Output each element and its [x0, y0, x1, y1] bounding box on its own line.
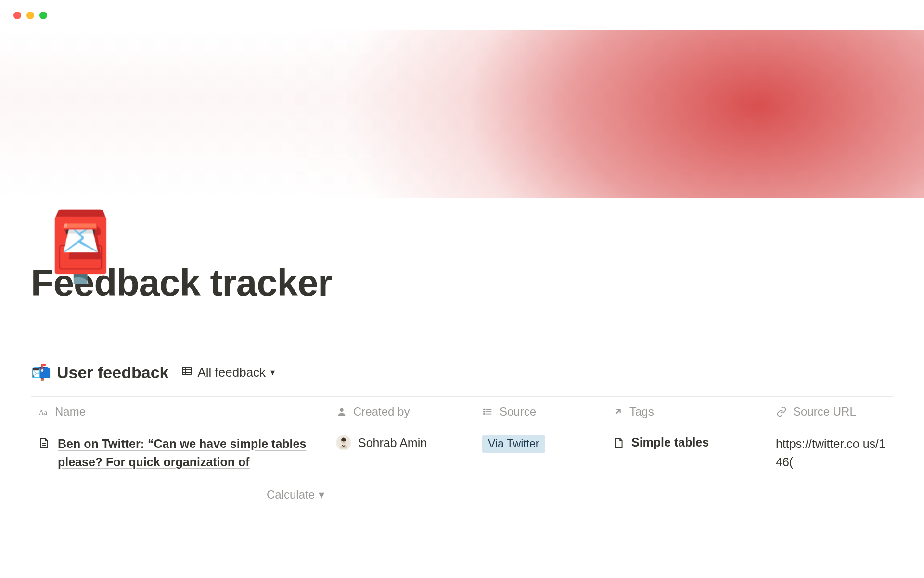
- view-label: All feedback: [197, 365, 266, 380]
- svg-point-5: [340, 408, 343, 412]
- database-table: Aa Name Created by Source: [31, 396, 893, 479]
- calculate-label: Calculate: [267, 488, 315, 501]
- calculate-button[interactable]: Calculate ▾: [267, 488, 324, 501]
- cell-name[interactable]: Ben on Twitter: “Can we have simple tabl…: [31, 435, 329, 471]
- avatar: [336, 435, 351, 450]
- person-property-icon: [336, 406, 347, 418]
- database-title-wrap[interactable]: 📬 User feedback: [31, 363, 168, 382]
- table-icon: [181, 365, 192, 380]
- row-name-text: Ben on Twitter: “Can we have simple tabl…: [58, 435, 322, 471]
- column-header-tags[interactable]: Tags: [605, 397, 769, 427]
- column-header-source[interactable]: Source: [475, 397, 605, 427]
- column-created-by-label: Created by: [353, 405, 410, 419]
- window-controls: [0, 0, 924, 30]
- page-icon[interactable]: 📮: [38, 213, 123, 280]
- svg-text:Aa: Aa: [39, 408, 48, 416]
- source-tag: Via Twitter: [482, 435, 545, 453]
- column-source-url-label: Source URL: [793, 405, 856, 419]
- cover-banner[interactable]: [0, 30, 924, 198]
- window-zoom-dot[interactable]: [39, 12, 47, 19]
- svg-point-11: [484, 414, 485, 415]
- column-header-created-by[interactable]: Created by: [329, 397, 475, 427]
- cell-tags[interactable]: Simple tables: [605, 435, 769, 468]
- database-header: 📬 User feedback All feedback ▾: [31, 363, 893, 382]
- column-tags-label: Tags: [629, 405, 654, 419]
- mailbox-icon: 📬: [31, 363, 51, 382]
- column-source-label: Source: [500, 405, 536, 419]
- svg-point-9: [484, 409, 485, 410]
- window-close-dot[interactable]: [13, 12, 21, 19]
- cell-source[interactable]: Via Twitter: [475, 435, 605, 468]
- view-switcher[interactable]: All feedback ▾: [181, 365, 275, 380]
- source-url-text: https://twitter.co us/146(: [776, 435, 886, 471]
- database-title: User feedback: [57, 363, 168, 382]
- creator-name: Sohrab Amin: [358, 436, 427, 450]
- page-icon: [612, 437, 625, 449]
- chevron-down-icon: ▾: [319, 488, 324, 501]
- page-content: 📮 Feedback tracker 📬 User feedback All f…: [0, 261, 924, 501]
- tag-text: Simple tables: [631, 435, 709, 449]
- text-property-icon: Aa: [38, 406, 49, 418]
- url-property-icon: [776, 406, 787, 418]
- column-header-source-url[interactable]: Source URL: [769, 397, 893, 427]
- table-header-row: Aa Name Created by Source: [31, 396, 893, 427]
- cell-created-by[interactable]: Sohrab Amin: [329, 435, 475, 468]
- svg-rect-0: [182, 367, 191, 375]
- window-minimize-dot[interactable]: [26, 12, 34, 19]
- column-name-label: Name: [55, 405, 86, 419]
- chevron-down-icon: ▾: [270, 367, 275, 378]
- svg-point-10: [484, 411, 485, 412]
- page-title[interactable]: Feedback tracker: [31, 261, 893, 305]
- relation-property-icon: [612, 406, 624, 418]
- page-icon: [38, 437, 50, 449]
- column-header-name[interactable]: Aa Name: [31, 397, 329, 427]
- cell-source-url[interactable]: https://twitter.co us/146(: [769, 435, 893, 471]
- table-row[interactable]: Ben on Twitter: “Can we have simple tabl…: [31, 427, 893, 479]
- select-property-icon: [482, 406, 494, 418]
